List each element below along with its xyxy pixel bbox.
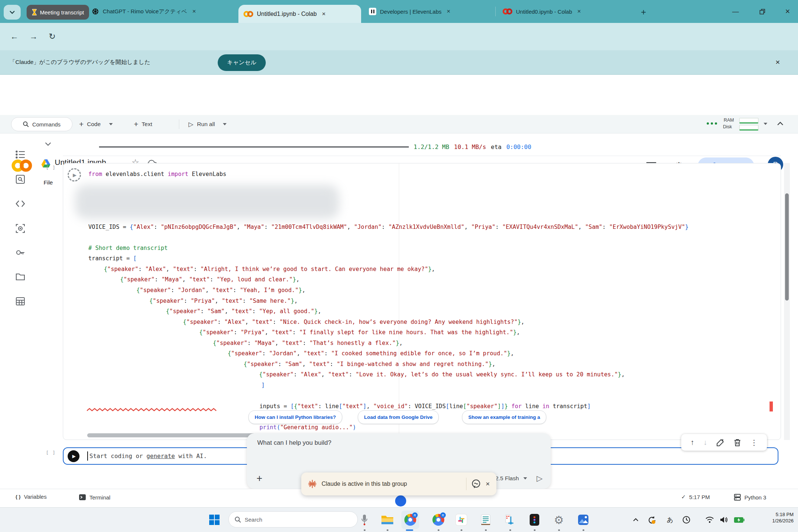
assistant-dot[interactable] [395,495,406,506]
add-text-button[interactable]: + Text [134,118,152,131]
tab-colab-untitled0[interactable]: Untitled0.ipynb - Colab × [500,0,633,23]
popup-close-icon[interactable]: × [486,480,490,488]
taskbar-file-explorer-icon[interactable] [381,513,394,526]
wifi-icon[interactable] [705,516,714,523]
menu-file[interactable]: File [44,179,53,186]
cell-gutter[interactable]: [ ] [46,165,55,170]
suggestion-chip-load-drive[interactable]: Load data from Google Drive [358,410,439,424]
running-dot [387,529,388,531]
move-cell-down-button[interactable]: ↓ [703,438,707,447]
more-actions-icon[interactable]: ⋮ [750,438,758,447]
popup-divider [466,478,466,490]
tab-close-icon[interactable]: × [445,8,452,15]
windows-taskbar: Search R R ⚙ [0,507,798,532]
variables-icon: { } [16,494,21,499]
tab-search-chevron-button[interactable] [4,5,21,20]
ime-indicator[interactable]: あ [667,516,673,524]
suggestion-chip-install-libraries[interactable]: How can I install Python libraries? [248,410,342,424]
files-folder-icon[interactable] [16,272,25,282]
infobar-close-icon[interactable]: × [775,58,780,67]
check-icon: ✓ [681,494,686,500]
variables-button[interactable]: { } Variables [16,494,47,500]
scratchpad-icon[interactable] [16,224,25,233]
taskbar-figma-icon[interactable] [528,513,541,526]
battery-icon[interactable] [734,517,744,523]
cell-placeholder[interactable]: Start coding or generate with AI. [89,448,207,464]
run-cell-button[interactable]: ▶ [68,450,79,462]
move-cell-up-button[interactable]: ↑ [690,438,694,447]
taskbar-chrome-active-icon[interactable]: R [404,513,417,526]
tray-expand-icon[interactable] [633,518,639,522]
text-cursor [87,451,88,461]
run-all-button[interactable]: ▷ Run all [189,118,227,131]
collapse-output-icon[interactable] [44,142,52,146]
clock-icon[interactable] [682,516,690,524]
collapse-header-icon[interactable] [777,121,784,126]
reload-button[interactable]: ↻ [49,32,55,41]
attach-plus-button[interactable]: + [257,473,262,484]
forward-button[interactable]: → [30,32,38,41]
code-cell[interactable]: ▶ from elevenlabs.client import ElevenLa… [63,163,781,440]
find-replace-icon[interactable] [16,174,25,184]
disk-label: Disk [723,124,732,129]
tab-title: Untitled0.ipynb - Colab [516,9,572,15]
tab-colab-untitled1[interactable]: Untitled1.ipynb - Colab × [238,5,361,23]
chat-bubble-icon[interactable] [471,479,481,489]
windows-start-icon[interactable] [209,515,220,525]
tab-group-meeting-transcript[interactable]: Meeting transcript [27,5,89,20]
search-icon [23,121,29,127]
taskbar-photos-icon[interactable] [577,513,590,526]
colab-logo [10,158,33,173]
tab-close-icon[interactable]: × [320,10,327,18]
edit-with-ai-icon[interactable] [716,438,724,447]
tab-close-icon[interactable]: × [191,8,197,15]
code-editor[interactable]: from elevenlabs.client import ElevenLabs… [88,169,780,433]
tab-elevenlabs[interactable]: Developers | ElevenLabs × [366,0,499,23]
progress-bar [99,146,409,148]
progress-downloaded: 1.2/1.2 MB [414,143,449,150]
run-cell-button-running[interactable]: ▶ [68,168,81,182]
sync-icon[interactable] [648,516,656,525]
suggestion-chip-training-example[interactable]: Show an example of training a [462,410,546,424]
taskbar-mic-app-icon[interactable] [358,513,371,526]
resources-dropdown-icon[interactable] [764,123,767,125]
tab-chatgpt[interactable]: ChatGPT - Rimo Voiceアクティベ × [89,0,239,23]
taskbar-notepad-icon[interactable] [479,513,492,526]
chevron-down-icon[interactable] [223,123,227,125]
send-prompt-button[interactable]: ▷ [537,474,543,483]
taskbar-clock[interactable]: 5:18 PM 1/26/2026 [757,511,794,524]
running-dot [558,529,560,531]
tab-title: ChatGPT - Rimo Voiceアクティベ [103,8,187,15]
code-snippets-icon[interactable] [16,199,25,209]
add-code-button[interactable]: + Code [79,118,113,131]
new-tab-button[interactable]: + [636,5,651,19]
window-restore-button[interactable] [752,0,772,23]
chevron-down-icon[interactable] [523,477,527,480]
window-close-button[interactable]: × [777,0,798,23]
back-button[interactable]: ← [10,32,18,41]
kernel-selector[interactable]: Python 3 [734,494,766,501]
terminal-button[interactable]: Terminal [79,494,111,501]
volume-icon[interactable] [720,516,728,523]
generate-link[interactable]: generate [146,453,175,460]
infobar-cancel-button[interactable]: キャンセル [218,54,266,71]
pause-icon [369,8,376,15]
delete-cell-icon[interactable] [734,438,741,447]
play-icon: ▶ [73,172,77,178]
secrets-key-icon[interactable] [16,248,25,257]
taskbar-search-box[interactable]: Search [228,511,358,528]
table-of-contents-icon[interactable] [16,150,25,159]
chevron-down-icon[interactable] [109,123,113,125]
data-table-icon[interactable] [16,297,25,306]
cell-gutter[interactable]: [ ] [46,450,55,455]
vertical-scrollbar-thumb[interactable] [785,193,789,301]
window-minimize-button[interactable]: — [725,0,746,23]
running-dot [583,529,584,531]
claude-popup-text: Claude is active in this tab group [322,481,461,487]
tab-close-icon[interactable]: × [576,8,583,15]
taskbar-slack-icon[interactable] [455,513,468,526]
taskbar-chrome-2-icon[interactable]: R [432,513,445,526]
taskbar-snip-tool-icon[interactable] [503,513,517,526]
taskbar-settings-icon[interactable]: ⚙ [552,513,566,526]
commands-button[interactable]: Commands [11,117,72,131]
